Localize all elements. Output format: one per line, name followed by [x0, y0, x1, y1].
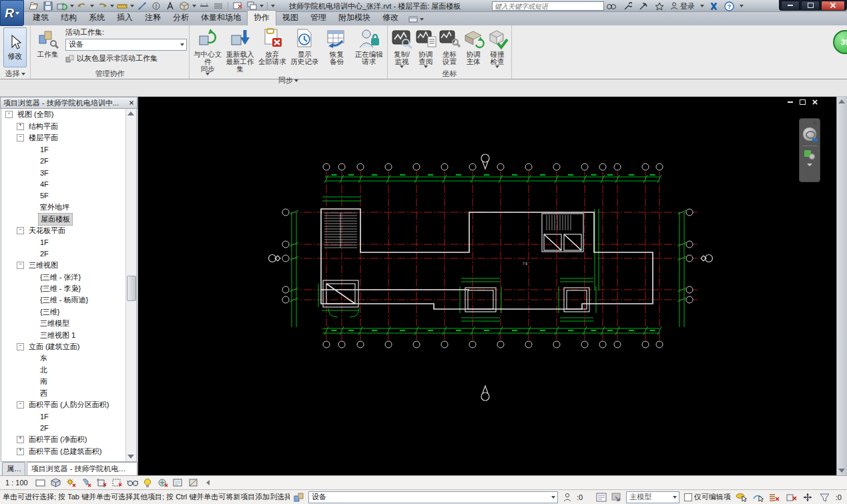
- shadows-icon[interactable]: [81, 477, 92, 488]
- design-options-icon[interactable]: [595, 492, 607, 503]
- tree-item[interactable]: -楼层平面: [1, 132, 136, 144]
- reveal-hidden-elements-icon[interactable]: [142, 477, 154, 488]
- tree-item[interactable]: 2F: [1, 156, 136, 167]
- reload-latest-button[interactable]: 重新载入最新工作集: [224, 27, 256, 73]
- temporary-hide-isolate-icon[interactable]: [127, 477, 138, 488]
- tree-item[interactable]: 1F: [1, 236, 136, 248]
- tab-注释[interactable]: 注释: [139, 11, 167, 25]
- tree-item[interactable]: 1F: [1, 411, 136, 422]
- ribbon-state-toggle[interactable]: [408, 16, 424, 23]
- coordination-settings-button[interactable]: 坐标设置: [438, 27, 462, 65]
- scale-button[interactable]: 1 : 100: [5, 479, 28, 487]
- canvas-scrollbar[interactable]: [836, 97, 847, 475]
- tree-item[interactable]: 西: [1, 387, 136, 399]
- floor-plan-drawing[interactable]: 7.6: [138, 97, 836, 475]
- tree-item[interactable]: +面积平面 (净面积): [1, 434, 136, 445]
- sync-caret-icon[interactable]: [70, 5, 74, 7]
- editable-only-checkbox[interactable]: [684, 493, 692, 501]
- tree-item[interactable]: 屋面楼板: [1, 214, 136, 225]
- editable-only-toggle[interactable]: 仅可编辑项: [684, 492, 731, 502]
- restore-button[interactable]: [801, 1, 820, 11]
- panel-select-footer[interactable]: 选择: [0, 69, 30, 79]
- login-button[interactable]: 登录: [670, 1, 695, 11]
- viewbar-collapse-icon[interactable]: [206, 480, 210, 485]
- zoom-tool-icon[interactable]: [804, 150, 815, 160]
- search-input[interactable]: [492, 1, 604, 11]
- workset-status-icon[interactable]: [293, 492, 305, 503]
- filter-icon[interactable]: [819, 492, 831, 503]
- tree-item[interactable]: +面积平面 (总建筑面积): [1, 445, 136, 457]
- tab-插入[interactable]: 插入: [111, 11, 139, 25]
- tree-item[interactable]: 3F: [1, 167, 136, 178]
- tab-视图[interactable]: 视图: [276, 11, 304, 25]
- collapse-toggle-icon[interactable]: -: [17, 134, 24, 142]
- project-browser-titlebar[interactable]: 项目浏览器 - 技师学院机电培训中...: [0, 97, 137, 109]
- collapse-toggle-icon[interactable]: -: [17, 262, 24, 269]
- tree-item[interactable]: -三维视图: [1, 260, 136, 271]
- tree-item[interactable]: 南: [1, 376, 136, 387]
- collapse-toggle-icon[interactable]: -: [17, 227, 24, 234]
- editing-requests-icon[interactable]: [561, 492, 573, 503]
- worksets-button[interactable]: 工作集: [33, 27, 63, 58]
- restore-backup-button[interactable]: 恢复备份: [320, 27, 352, 65]
- move-cursor-icon[interactable]: [802, 492, 814, 503]
- panel-manage-footer[interactable]: 管理协作: [31, 69, 189, 79]
- design-option-select[interactable]: 主模型: [626, 491, 679, 503]
- login-caret-icon[interactable]: [700, 5, 704, 7]
- close-button[interactable]: [821, 1, 845, 11]
- tab-结构[interactable]: 结构: [55, 11, 83, 25]
- relinquish-all-button[interactable]: 放弃全部请求: [256, 27, 288, 65]
- subscription-icon[interactable]: [622, 1, 633, 11]
- undo-caret-icon[interactable]: [90, 5, 94, 7]
- detail-level-icon[interactable]: [35, 477, 46, 488]
- copy-monitor-button[interactable]: 复制/监视: [390, 27, 414, 68]
- scroll-thumb[interactable]: [127, 276, 136, 301]
- scroll-up-icon[interactable]: [127, 111, 134, 115]
- canvas-scroll-down-icon[interactable]: [838, 469, 845, 473]
- sync-with-central-button[interactable]: 与中心文件同步: [192, 27, 224, 75]
- view-restore-icon[interactable]: [800, 99, 806, 105]
- minimize-button[interactable]: [781, 1, 800, 11]
- favorites-icon[interactable]: [654, 1, 665, 11]
- canvas-scroll-up-icon[interactable]: [838, 99, 845, 103]
- measure-caret-icon[interactable]: [130, 5, 134, 7]
- tab-管理[interactable]: 管理: [304, 11, 332, 25]
- tree-item[interactable]: 1F: [1, 144, 136, 155]
- sun-path-icon[interactable]: [65, 477, 77, 488]
- interference-check-button[interactable]: 碰撞检查: [485, 27, 509, 68]
- tree-item[interactable]: +结构平面: [1, 120, 136, 132]
- tree-item[interactable]: {三维 - 杨雨迪}: [1, 294, 136, 306]
- tab-系统[interactable]: 系统: [83, 11, 111, 25]
- tree-item[interactable]: 5F: [1, 190, 136, 202]
- expand-toggle-icon[interactable]: +: [17, 123, 24, 130]
- workset-select[interactable]: 设备: [308, 491, 558, 503]
- tree-item[interactable]: 三维模型: [1, 318, 136, 329]
- worksharing-display-icon[interactable]: [158, 477, 169, 488]
- tab-协作[interactable]: 协作: [247, 10, 276, 25]
- drawing-canvas[interactable]: 7.6: [138, 97, 836, 475]
- tree-item[interactable]: -视图 (全部): [1, 109, 136, 120]
- tree-item[interactable]: 室外地坪: [1, 202, 136, 213]
- communication-center-icon[interactable]: [638, 1, 649, 11]
- tree-item[interactable]: 2F: [1, 423, 136, 434]
- steering-wheel-icon[interactable]: [802, 127, 817, 142]
- browser-scrollbar[interactable]: [125, 109, 136, 461]
- tree-item[interactable]: -天花板平面: [1, 225, 136, 236]
- tab-附加模块[interactable]: 附加模块: [332, 11, 376, 25]
- analytical-model-icon[interactable]: [188, 477, 200, 488]
- switch-windows-caret-icon[interactable]: [260, 5, 264, 7]
- tree-item[interactable]: -面积平面 (人防分区面积): [1, 399, 136, 411]
- panel-sync-footer[interactable]: 同步: [190, 75, 387, 85]
- tree-item[interactable]: {三维 - 张洋}: [1, 271, 136, 282]
- editing-requests-button[interactable]: 正在编辑请求: [353, 27, 385, 65]
- navbar-close-icon[interactable]: [814, 121, 817, 125]
- help-caret-icon[interactable]: [740, 5, 744, 7]
- gray-inactive-toggle[interactable]: 以灰色显示非活动工作集: [65, 53, 187, 63]
- expand-toggle-icon[interactable]: +: [17, 436, 24, 443]
- press-drag-icon[interactable]: [786, 492, 798, 503]
- tree-item[interactable]: 三维视图 1: [1, 329, 136, 340]
- visual-style-icon[interactable]: [50, 477, 61, 488]
- app-menu-button[interactable]: R: [0, 0, 24, 26]
- tab-修改[interactable]: 修改: [376, 11, 404, 25]
- tab-project-browser[interactable]: 项目浏览器 - 技师学院机电培训...: [27, 462, 137, 475]
